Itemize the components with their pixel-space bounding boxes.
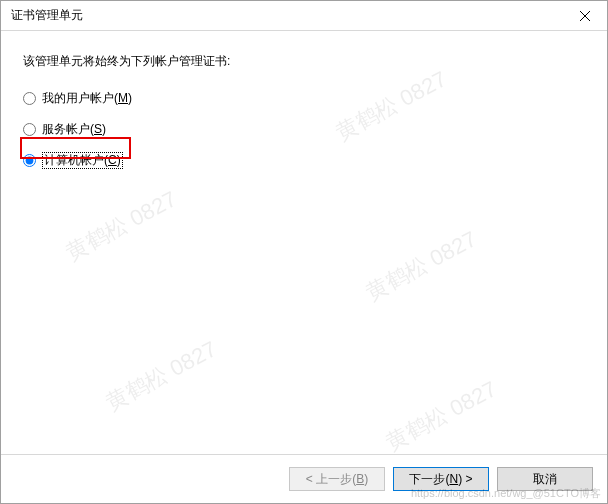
dialog-body: 该管理单元将始终为下列帐户管理证书: 我的用户帐户(M) 服务帐户(S) 计算机… <box>1 31 607 454</box>
watermark-text: 黄鹤松 0827 <box>101 334 222 417</box>
window-title: 证书管理单元 <box>11 7 562 24</box>
close-button[interactable] <box>562 1 607 30</box>
back-button: < 上一步(B) <box>289 467 385 491</box>
close-icon <box>580 11 590 21</box>
account-radio-group: 我的用户帐户(M) 服务帐户(S) 计算机帐户(C) <box>23 90 585 169</box>
prompt-text: 该管理单元将始终为下列帐户管理证书: <box>23 53 585 70</box>
dialog-window: 证书管理单元 该管理单元将始终为下列帐户管理证书: 我的用户帐户(M) 服务帐户… <box>0 0 608 504</box>
radio-service-label: 服务帐户(S) <box>42 121 106 138</box>
radio-service-input[interactable] <box>23 123 36 136</box>
cancel-button[interactable]: 取消 <box>497 467 593 491</box>
radio-computer-label: 计算机帐户(C) <box>42 152 123 169</box>
watermark-text: 黄鹤松 0827 <box>381 374 502 457</box>
radio-user-input[interactable] <box>23 92 36 105</box>
titlebar: 证书管理单元 <box>1 1 607 31</box>
radio-computer-account[interactable]: 计算机帐户(C) <box>23 152 585 169</box>
dialog-footer: < 上一步(B) 下一步(N) > 取消 https://blog.csdn.n… <box>1 454 607 503</box>
watermark-text: 黄鹤松 0827 <box>361 224 482 307</box>
watermark-text: 黄鹤松 0827 <box>61 184 182 267</box>
radio-user-account[interactable]: 我的用户帐户(M) <box>23 90 585 107</box>
radio-service-account[interactable]: 服务帐户(S) <box>23 121 585 138</box>
radio-computer-input[interactable] <box>23 154 36 167</box>
next-button[interactable]: 下一步(N) > <box>393 467 489 491</box>
radio-user-label: 我的用户帐户(M) <box>42 90 132 107</box>
